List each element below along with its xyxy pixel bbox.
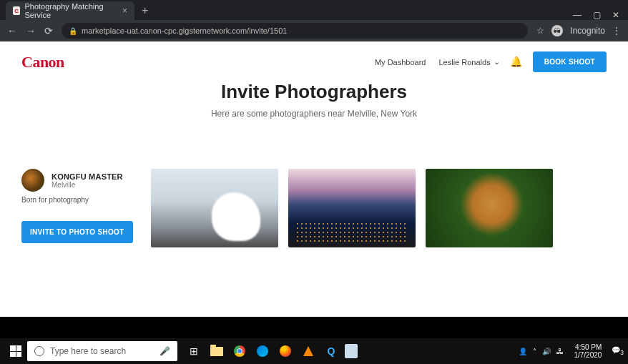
url-text: marketplace-uat.canon-cpc.gigsternetwork… (82, 26, 287, 35)
tab-title: Photography Matching Service (24, 2, 118, 19)
menu-icon[interactable]: ⋮ (612, 26, 621, 36)
clock-date: 1/7/2020 (574, 351, 602, 360)
tray-network-icon[interactable]: 🖧 (556, 348, 564, 355)
minimize-icon[interactable]: — (573, 10, 582, 20)
avatar[interactable] (21, 169, 44, 192)
portfolio-thumbnails (151, 169, 553, 247)
user-menu[interactable]: Leslie Ronalds ⌄ (439, 57, 500, 67)
firefox-icon[interactable] (276, 342, 295, 360)
notepad-icon[interactable] (345, 344, 358, 358)
notification-count: 3 (620, 349, 624, 356)
book-shoot-button[interactable]: BOOK SHOOT (533, 51, 607, 72)
mic-icon[interactable]: 🎤 (160, 346, 170, 356)
browser-tab-strip: C Photography Matching Service × + — ▢ ✕ (0, 0, 628, 20)
close-window-icon[interactable]: ✕ (612, 10, 619, 20)
forward-icon[interactable]: → (26, 25, 36, 36)
close-icon[interactable]: × (122, 6, 127, 16)
chrome-icon[interactable] (230, 342, 249, 360)
star-icon[interactable]: ☆ (536, 26, 544, 36)
system-tray: 👤 ˄ 🔊 🖧 4:50 PM 1/7/2020 💬3 (519, 343, 624, 360)
incognito-icon[interactable]: 🕶 (551, 25, 563, 36)
page-subtitle: Here are some photographers near Melvill… (0, 109, 628, 119)
taskbar: Type here to search 🎤 ⊞ Q 👤 ˄ 🔊 🖧 4:50 P… (0, 338, 628, 364)
quicktime-icon[interactable]: Q (322, 342, 340, 360)
vlc-icon[interactable] (299, 342, 318, 360)
back-icon[interactable]: ← (7, 25, 17, 36)
tab-favicon: C (13, 6, 20, 15)
incognito-label: Incognito (570, 26, 605, 36)
page-content: Canon My Dashboard Leslie Ronalds ⌄ 🔔 BO… (0, 41, 628, 317)
user-name: Leslie Ronalds (439, 58, 491, 67)
notifications-icon[interactable]: 💬3 (612, 346, 624, 356)
portfolio-thumb-2[interactable] (288, 169, 416, 247)
maximize-icon[interactable]: ▢ (593, 10, 601, 20)
nav-dashboard[interactable]: My Dashboard (375, 58, 426, 67)
lock-icon: 🔒 (69, 27, 77, 35)
start-button[interactable] (10, 345, 21, 357)
taskbar-search[interactable]: Type here to search 🎤 (27, 341, 177, 361)
photographer-result: KONGFU MASTER Melville Born for photogra… (0, 119, 628, 255)
portfolio-thumb-3[interactable] (426, 169, 553, 247)
cortana-icon (34, 346, 44, 356)
invite-button[interactable]: INVITE TO PHOTO SHOOT (21, 221, 133, 243)
site-header: Canon My Dashboard Leslie Ronalds ⌄ 🔔 BO… (0, 41, 628, 77)
browser-address-bar: ← → ⟳ 🔒 marketplace-uat.canon-cpc.gigste… (0, 20, 628, 41)
tray-people-icon[interactable]: 👤 (519, 348, 527, 355)
photographer-bio: Born for photography (21, 196, 139, 204)
page-title: Invite Photographers (0, 81, 628, 103)
photographer-name[interactable]: KONGFU MASTER (51, 172, 123, 181)
search-placeholder: Type here to search (50, 346, 126, 356)
reload-icon[interactable]: ⟳ (44, 25, 53, 36)
tray-volume-icon[interactable]: 🔊 (542, 348, 551, 355)
logo[interactable]: Canon (21, 53, 64, 72)
chevron-down-icon: ⌄ (494, 57, 500, 67)
photographer-info: KONGFU MASTER Melville Born for photogra… (21, 169, 139, 243)
url-input[interactable]: 🔒 marketplace-uat.canon-cpc.gigsternetwo… (62, 23, 528, 39)
file-explorer-icon[interactable] (207, 342, 226, 360)
taskbar-clock[interactable]: 4:50 PM 1/7/2020 (574, 343, 602, 360)
hero: Invite Photographers Here are some photo… (0, 81, 628, 119)
new-tab-button[interactable]: + (134, 1, 155, 20)
tray-chevron-icon[interactable]: ˄ (533, 348, 536, 355)
bell-icon[interactable]: 🔔 (510, 56, 523, 69)
clock-time: 4:50 PM (574, 343, 602, 352)
portfolio-thumb-1[interactable] (151, 169, 278, 247)
edge-icon[interactable] (253, 342, 272, 360)
browser-tab[interactable]: C Photography Matching Service × (6, 1, 134, 20)
photographer-location: Melville (51, 181, 123, 189)
task-view-icon[interactable]: ⊞ (185, 342, 203, 360)
